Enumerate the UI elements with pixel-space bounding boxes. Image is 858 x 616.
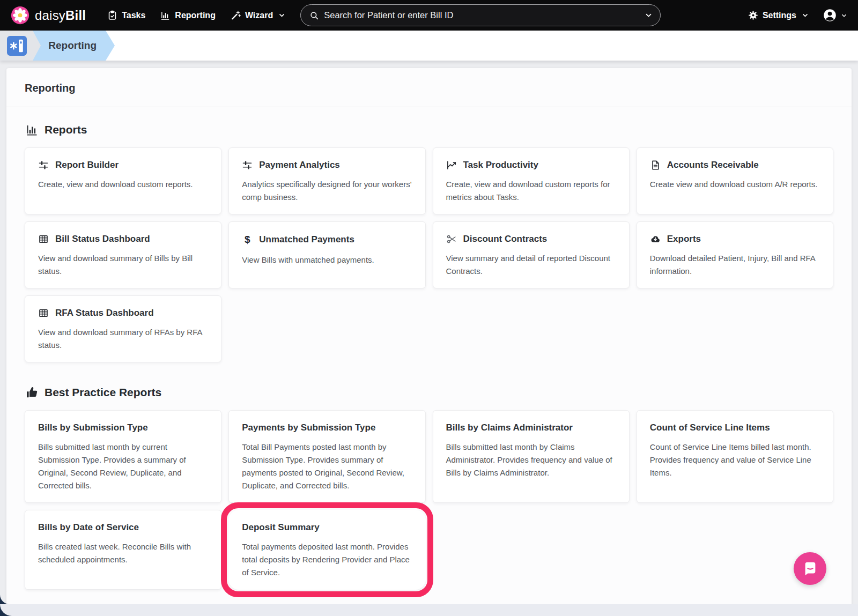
card-description: View Bills with unmatched payments. [242,254,412,266]
account-circle-icon [823,8,837,23]
card-title: Payments by Submission Type [242,422,375,434]
card-payments-by-submission-type[interactable]: Payments by Submission Type Total Bill P… [228,410,425,503]
chevron-down-icon [278,12,285,19]
card-accounts-receivable[interactable]: Accounts Receivable Create view and down… [637,147,833,214]
card-title: Payment Analytics [259,159,340,171]
chevron-down-icon [802,12,809,19]
daisybill-logo[interactable]: daisyBill [11,6,86,25]
card-title: RFA Status Dashboard [55,307,154,319]
chat-bubble-icon [802,561,818,577]
brand-text: daisyBill [35,8,86,23]
search-dropdown-chevron-icon[interactable] [645,11,653,19]
app: daisyBill Tasks [0,0,858,616]
card-title: Bills by Claims Administrator [446,422,573,434]
page-body: Reporting [0,61,858,604]
search-icon [309,11,319,20]
card-description: Bills submitted last month by current Su… [38,441,208,492]
card-bills-by-date-of-service[interactable]: Bills by Date of Service Bills created l… [25,510,221,590]
card-description: Download detailed Patient, Injury, Bill … [650,252,820,278]
card-title: Bills by Submission Type [38,422,148,434]
navbar-right: Settings [748,8,847,23]
daisy-flower-icon [11,6,29,25]
card-description: Create view and download custom A/R repo… [650,178,820,191]
nav-wizard[interactable]: Wizard [223,0,293,31]
chat-launcher-button[interactable] [794,552,826,585]
breadcrumb-home[interactable] [0,31,41,61]
sliders-icon [242,160,253,170]
card-description: Total payments deposited last month. Pro… [242,540,412,579]
card-title: Discount Contracts [463,233,548,245]
card-description: Count of Service Line Items billed last … [650,441,820,479]
practice-home-icon [7,36,27,56]
page-title: Reporting [6,68,852,107]
best-practice-section-title: Best Practice Reports [45,386,161,399]
bar-chart-icon [26,123,39,136]
reporting-panel: Reporting [6,68,852,604]
breadcrumb: Reporting [0,31,858,61]
card-description: Create, view and download custom reports… [446,178,616,204]
settings-menu[interactable]: Settings [748,10,809,20]
card-deposit-summary-highlighted[interactable]: Deposit Summary Total payments deposited… [228,510,425,590]
best-practice-section-header: Best Practice Reports [26,386,833,399]
settings-label: Settings [763,11,796,20]
bottom-strip [0,604,858,616]
magic-wand-icon [231,10,241,20]
search-input[interactable] [324,10,640,20]
best-practice-grid: Bills by Submission Type Bills submitted… [25,410,833,590]
card-description: Create, view and download custom reports… [38,178,208,191]
account-menu[interactable] [823,8,847,23]
card-discount-contracts[interactable]: Discount Contracts View summary and deta… [433,221,630,288]
card-title: Exports [667,233,701,245]
card-description: View and download summary of Bills by Bi… [38,252,208,278]
table-icon [38,234,49,244]
clipboard-icon [107,10,117,20]
card-title: Bills by Date of Service [38,522,139,533]
cloud-download-icon [650,234,661,244]
card-exports[interactable]: Exports Download detailed Patient, Injur… [637,221,833,288]
reports-section-title: Reports [45,123,87,136]
document-icon [650,160,661,170]
card-description: Total Bill Payments posted last month by… [242,441,412,492]
gear-icon [748,10,758,20]
grid-spacer [433,510,630,590]
card-description: Bills submitted last month by Claims Adm… [446,441,616,479]
bar-chart-icon [160,10,171,20]
sliders-icon [38,160,49,170]
card-task-productivity[interactable]: Task Productivity Create, view and downl… [433,147,630,214]
trend-chart-icon [446,160,457,170]
global-search [300,4,661,26]
card-bill-status-dashboard[interactable]: Bill Status Dashboard View and download … [25,221,221,288]
card-title: Count of Service Line Items [650,422,770,434]
card-bills-by-submission-type[interactable]: Bills by Submission Type Bills submitted… [25,410,221,503]
card-title: Bill Status Dashboard [55,233,150,245]
thumbs-up-icon [26,386,39,399]
card-bills-by-claims-administrator[interactable]: Bills by Claims Administrator Bills subm… [433,410,630,503]
top-navbar: daisyBill Tasks [0,0,858,31]
chevron-down-icon [841,12,847,19]
card-description: Analytics specifically designed for your… [242,178,412,204]
table-icon [38,308,49,318]
nav-tasks[interactable]: Tasks [100,0,153,31]
reports-section-header: Reports [26,123,833,136]
card-title: Deposit Summary [242,522,320,533]
breadcrumb-current-label: Reporting [48,40,97,51]
card-description: Bills created last week. Reconcile Bills… [38,540,208,566]
nav-tasks-label: Tasks [122,11,145,20]
scissors-icon [446,234,457,244]
card-title: Task Productivity [463,159,538,171]
card-payment-analytics[interactable]: Payment Analytics Analytics specifically… [228,147,425,214]
card-unmatched-payments[interactable]: $ Unmatched Payments View Bills with unm… [228,221,425,288]
card-description: View and download summary of RFAs by RFA… [38,326,208,352]
card-report-builder[interactable]: Report Builder Create, view and download… [25,147,221,214]
card-description: View summary and detail of reported Disc… [446,252,616,278]
card-title: Unmatched Payments [259,234,354,246]
card-title: Accounts Receivable [667,159,759,171]
title-divider [6,107,852,107]
nav-wizard-label: Wizard [245,11,273,20]
nav-reporting[interactable]: Reporting [153,0,223,31]
card-count-of-service-line-items[interactable]: Count of Service Line Items Count of Ser… [637,410,833,503]
dollar-icon: $ [242,233,253,247]
card-title: Report Builder [55,159,119,171]
card-rfa-status-dashboard[interactable]: RFA Status Dashboard View and download s… [25,295,221,362]
reports-grid: Report Builder Create, view and download… [25,147,833,362]
